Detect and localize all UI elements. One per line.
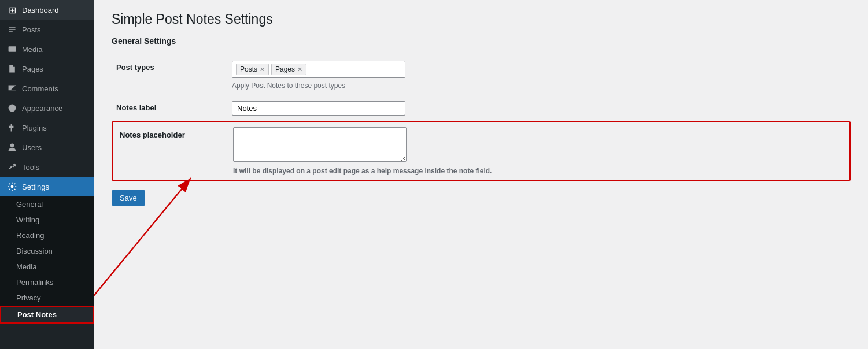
notes-placeholder-content: It will be displayed on a post edit page… xyxy=(233,127,843,175)
notes-label-row: Notes label xyxy=(112,95,851,121)
notes-placeholder-row: Notes placeholder It will be displayed o… xyxy=(112,121,851,185)
users-icon xyxy=(7,142,17,153)
notes-placeholder-highlighted-section: Notes placeholder It will be displayed o… xyxy=(112,121,851,181)
post-type-container[interactable]: Posts ✕ Pages ✕ xyxy=(232,61,405,78)
submenu-privacy[interactable]: Privacy xyxy=(0,290,94,306)
submenu-post-notes[interactable]: Post Notes xyxy=(0,306,94,324)
plugins-icon xyxy=(7,122,17,133)
post-types-row: Post types Posts ✕ Pages ✕ Apply Post No… xyxy=(112,55,851,95)
sidebar-item-label: Plugins xyxy=(22,124,47,132)
posts-icon xyxy=(7,24,17,35)
post-types-value: Posts ✕ Pages ✕ Apply Post Notes to thes… xyxy=(227,55,851,95)
post-types-label: Post types xyxy=(112,55,227,95)
notes-label-value xyxy=(227,95,851,121)
sidebar-item-dashboard[interactable]: ⊞ Dashboard xyxy=(0,0,94,20)
sidebar-item-label: Comments xyxy=(22,84,58,93)
sidebar-item-label: Pages xyxy=(22,65,43,73)
settings-icon xyxy=(7,181,17,192)
sidebar-item-label: Tools xyxy=(22,163,39,172)
sidebar-item-pages[interactable]: Pages xyxy=(0,59,94,79)
submenu-reading[interactable]: Reading xyxy=(0,228,94,243)
main-content: Simple Post Notes Settings General Setti… xyxy=(94,0,868,349)
tag-pages: Pages ✕ xyxy=(271,64,306,75)
svg-point-2 xyxy=(10,144,14,147)
sidebar-item-settings[interactable]: Settings xyxy=(0,177,94,196)
sidebar-item-media[interactable]: Media xyxy=(0,39,94,59)
sidebar-item-label: Dashboard xyxy=(22,6,59,14)
notes-placeholder-input[interactable] xyxy=(233,127,407,162)
tag-posts: Posts ✕ xyxy=(236,64,269,75)
save-button[interactable]: Save xyxy=(112,190,145,206)
tag-pages-label: Pages xyxy=(275,65,295,73)
sidebar-item-users[interactable]: Users xyxy=(0,138,94,157)
submenu-writing[interactable]: Writing xyxy=(0,212,94,228)
sidebar-item-label: Settings xyxy=(22,183,49,191)
sidebar-item-label: Posts xyxy=(22,25,41,34)
settings-submenu: General Writing Reading Discussion Media… xyxy=(0,196,94,324)
tag-posts-label: Posts xyxy=(240,65,257,73)
tools-icon xyxy=(7,162,17,172)
tag-pages-remove[interactable]: ✕ xyxy=(297,66,302,73)
pages-icon xyxy=(7,64,17,74)
submenu-permalinks[interactable]: Permalinks xyxy=(0,274,94,290)
sidebar: ⊞ Dashboard Posts Media Pages Comments A… xyxy=(0,0,94,349)
sidebar-item-label: Appearance xyxy=(22,104,62,113)
svg-point-3 xyxy=(11,185,14,188)
comments-icon xyxy=(7,83,17,94)
tag-posts-remove[interactable]: ✕ xyxy=(260,66,265,73)
sidebar-item-appearance[interactable]: Appearance xyxy=(0,98,94,118)
appearance-icon xyxy=(7,103,17,113)
notes-placeholder-description: It will be displayed on a post edit page… xyxy=(233,167,843,175)
media-icon xyxy=(7,44,17,54)
notes-label-field-label: Notes label xyxy=(112,95,227,121)
sidebar-item-label: Media xyxy=(22,45,42,54)
settings-table: Post types Posts ✕ Pages ✕ Apply Post No… xyxy=(112,55,851,185)
post-types-description: Apply Post Notes to these post types xyxy=(232,81,846,90)
dashboard-icon: ⊞ xyxy=(7,5,17,15)
section-title: General Settings xyxy=(112,36,851,46)
svg-point-1 xyxy=(9,105,16,112)
sidebar-item-label: Users xyxy=(22,143,42,152)
sidebar-item-tools[interactable]: Tools xyxy=(0,157,94,177)
notes-placeholder-label: Notes placeholder xyxy=(120,127,224,139)
notes-label-input[interactable] xyxy=(232,101,405,116)
sidebar-item-comments[interactable]: Comments xyxy=(0,79,94,98)
submenu-discussion[interactable]: Discussion xyxy=(0,243,94,259)
svg-rect-0 xyxy=(9,46,16,52)
submenu-general[interactable]: General xyxy=(0,196,94,212)
sidebar-item-posts[interactable]: Posts xyxy=(0,20,94,39)
submenu-media[interactable]: Media xyxy=(0,259,94,274)
sidebar-item-plugins[interactable]: Plugins xyxy=(0,118,94,138)
page-title: Simple Post Notes Settings xyxy=(112,12,851,27)
